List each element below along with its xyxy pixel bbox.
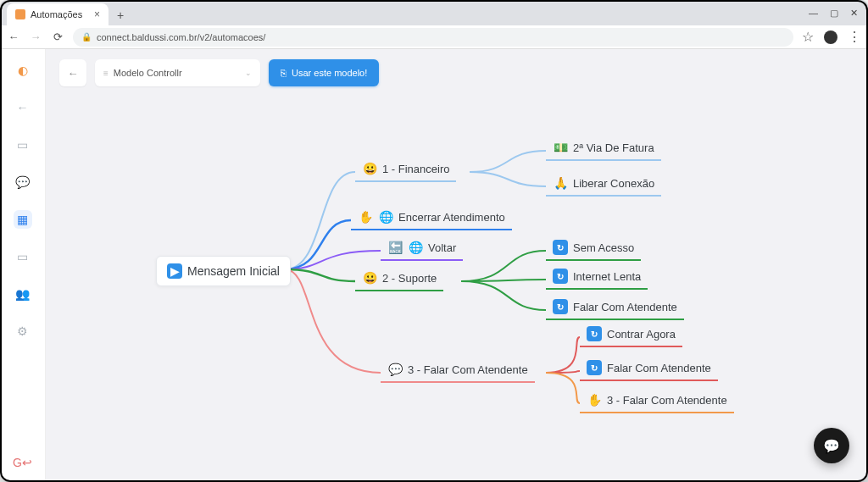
node-internet-lenta[interactable]: ↻ Internet Lenta [546,265,648,290]
node-suporte[interactable]: 😀 2 - Suporte [355,267,443,291]
emoji-icon: 😀 [362,270,377,285]
rail-back-icon[interactable]: ← [14,98,32,117]
browser-profile-avatar[interactable] [824,30,837,44]
loop-icon: ↻ [553,299,568,314]
loop-icon: ↻ [553,269,568,284]
window-controls: — ▢ ✕ [798,4,868,25]
rail-page-icon[interactable]: ▭ [14,136,32,154]
browser-back-icon[interactable]: ← [7,30,20,43]
side-rail: ◐ ← ▭ 💬 ▦ ▭ 👥 ⚙ G↩ [0,49,46,482]
node-falar-atendente-sup[interactable]: ↻ Falar Com Atendente [546,296,684,320]
browser-star-icon[interactable]: ☆ [802,29,814,45]
browser-forward-icon[interactable]: → [29,30,42,43]
node-encerrar[interactable]: ✋ 🌐 Encerrar Atendimento [351,206,512,230]
brand-icon[interactable]: ◐ [14,61,32,80]
node-falar-atendente-3[interactable]: ✋ 3 - Falar Com Atendente [580,389,734,413]
emoji-icon: 🙏 [553,175,568,191]
rail-message-icon[interactable]: ▭ [14,247,32,266]
node-label: 3 - Falar Com Atendente [607,394,727,407]
node-label: Falar Com Atendente [607,362,711,374]
node-label: Liberar Conexão [573,177,654,190]
browser-reload-icon[interactable]: ⟳ [51,30,64,43]
browser-tab-strip: Automações × + — ▢ ✕ [0,0,868,25]
node-financeiro[interactable]: 😀 1 - Financeiro [355,158,456,182]
window-maximize-icon[interactable]: ▢ [830,8,838,19]
node-label: Internet Lenta [573,270,641,283]
node-label: 2 - Suporte [382,272,437,285]
play-icon: ▶ [167,263,182,279]
secure-icon: 🔒 [81,32,92,42]
node-sem-acesso[interactable]: ↻ Sem Acesso [546,236,641,261]
rail-users-icon[interactable]: 👥 [14,285,32,303]
loop-icon: ↻ [553,240,568,255]
back-icon: 🔙 [387,240,403,255]
globe-icon: 🌐 [408,240,423,255]
chat-bubble-icon: 💬 [823,438,840,454]
browser-address-bar: ← → ⟳ 🔒 connect.baldussi.com.br/v2/autom… [0,25,868,49]
node-label: Encerrar Atendimento [398,211,505,224]
node-label: Contrar Agora [607,328,676,341]
rail-chat-icon[interactable]: 💬 [14,173,32,191]
node-label: Mensagem Inicial [187,264,280,278]
emoji-icon: 😀 [362,161,377,176]
loop-icon: ↻ [587,326,602,341]
chat-fab-button[interactable]: 💬 [814,428,849,463]
node-contratar-agora[interactable]: ↻ Contrar Agora [580,323,682,347]
hand-icon: ✋ [587,392,602,407]
loop-icon: ↻ [587,360,602,375]
mindmap-canvas[interactable]: ▶ Mensagem Inicial 😀 1 - Financeiro 💵 2ª… [46,49,868,482]
globe-icon: 🌐 [378,209,393,224]
chat-icon: 💬 [387,362,403,377]
node-label: 2ª Via De Fatura [573,141,654,154]
window-minimize-icon[interactable]: — [809,8,818,19]
rail-settings-icon[interactable]: ⚙ [14,322,32,341]
new-tab-button[interactable]: + [112,8,129,25]
rail-logout-icon[interactable]: G↩ [14,453,32,472]
node-label: Sem Acesso [573,241,634,254]
node-2a-via[interactable]: 💵 2ª Via De Fatura [546,136,661,161]
app-shell: ◐ ← ▭ 💬 ▦ ▭ 👥 ⚙ G↩ ← ≡ Modelo Controllr … [0,49,868,482]
hand-icon: ✋ [358,209,373,224]
node-voltar[interactable]: 🔙 🌐 Voltar [381,236,463,261]
node-falar-atendente[interactable]: 💬 3 - Falar Com Atendente [381,358,535,383]
node-label: 1 - Financeiro [382,163,449,175]
emoji-icon: 💵 [553,140,568,155]
browser-menu-icon[interactable]: ⋮ [848,29,861,45]
browser-tab[interactable]: Automações × [7,3,108,25]
browser-url-field[interactable]: 🔒 connect.baldussi.com.br/v2/automacoes/ [73,28,793,47]
node-root[interactable]: ▶ Mensagem Inicial [156,256,291,286]
node-label: 3 - Falar Com Atendente [408,363,528,376]
rail-dashboard-icon[interactable]: ▦ [14,210,32,229]
node-label: Voltar [428,241,456,254]
tab-title: Automações [31,9,82,19]
node-falar-atendente-2[interactable]: ↻ Falar Com Atendente [580,357,718,381]
window-close-icon[interactable]: ✕ [850,8,858,19]
node-liberar-conexao[interactable]: 🙏 Liberar Conexão [546,172,661,197]
tab-close-icon[interactable]: × [94,8,100,20]
node-label: Falar Com Atendente [573,301,677,313]
url-text: connect.baldussi.com.br/v2/automacoes/ [97,32,265,42]
tab-favicon-icon [15,9,25,19]
